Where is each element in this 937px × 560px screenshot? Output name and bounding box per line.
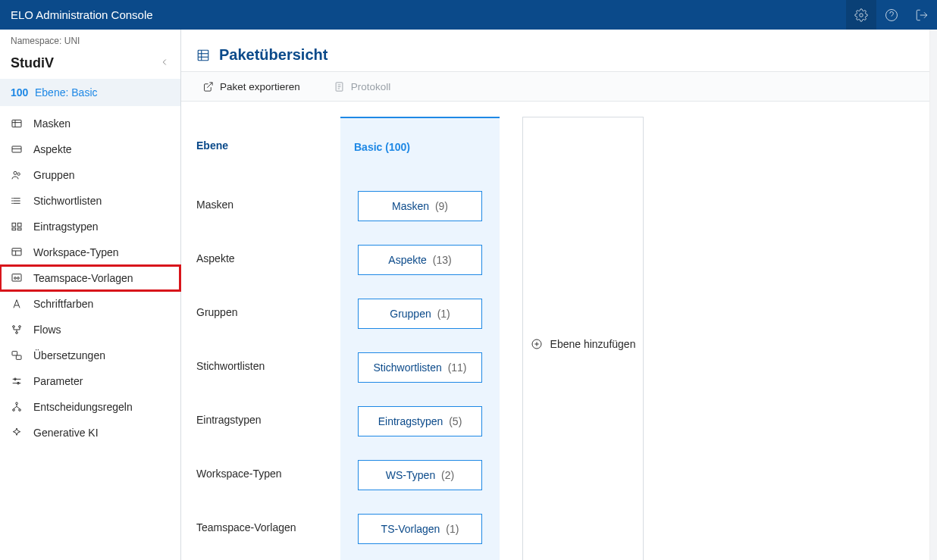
add-level-button[interactable]: Ebene hinzufügen [531,338,636,350]
overview-icon [196,48,210,62]
content-body: Ebene MaskenAspekteGruppenStichwortliste… [181,102,929,560]
content-header: Paketübersicht [181,30,929,71]
tstpl-icon [11,272,33,284]
level-number: 100 [11,86,35,99]
sidebar-item-label: Masken [33,117,71,130]
chip-button[interactable]: TS-Vorlagen (1) [358,514,482,544]
sidebar-item-aspects[interactable]: Aspekte [0,136,180,162]
rules-icon [11,401,33,413]
svg-point-29 [19,326,21,328]
chip-label: Aspekte [388,254,427,266]
sidebar-item-tstpl[interactable]: Teamspace-Vorlagen [0,265,180,291]
sidebar-item-keywords[interactable]: Stichwortlisten [0,188,180,214]
sidebar-item-wstypes[interactable]: Workspace-Typen [0,239,180,265]
plus-circle-icon [531,338,543,350]
app-title: ELO Administration Console [11,8,153,21]
toolbar: Paket exportieren Protokoll [181,71,929,102]
svg-point-30 [16,332,18,334]
topbar: ELO Administration Console [0,0,937,30]
sidebar-item-params[interactable]: Parameter [0,368,180,394]
row-labels-header: Ebene [196,124,318,177]
sidebar-item-label: Übersetzungen [33,349,105,361]
chevron-left-icon [159,57,170,70]
sidebar-item-label: Aspekte [33,143,72,155]
chip-row: Aspekte (13) [346,233,494,286]
svg-rect-20 [17,228,21,230]
keywords-icon [11,195,33,207]
chip-button[interactable]: WS-Typen (2) [358,460,482,490]
logout-icon [915,8,929,22]
topbar-actions [846,0,937,30]
chip-button[interactable]: Aspekte (13) [358,245,482,275]
package-row[interactable]: StudiV [0,51,180,79]
groups-icon [11,169,33,181]
sidebar-item-groups[interactable]: Gruppen [0,162,180,188]
svg-rect-18 [17,223,21,227]
chip-button[interactable]: Stichwortlisten (11) [358,352,482,383]
chip-label: WS-Typen [386,469,435,481]
chip-button[interactable]: Eintragstypen (5) [358,406,482,436]
sidebar-item-label: Gruppen [33,169,74,181]
sidebar-item-label: Stichwortlisten [33,195,102,207]
help-icon [885,8,898,22]
row-label: Teamspace-Vorlagen [196,500,318,554]
protocol-button: Protokoll [327,77,397,97]
chip-count: (13) [433,254,452,266]
chip-row: Gruppen (1) [346,286,494,340]
sidebar-item-entrytypes[interactable]: Eintragstypen [0,214,180,239]
settings-button[interactable] [846,0,876,30]
svg-rect-32 [12,352,17,355]
svg-point-28 [13,326,15,328]
svg-point-40 [19,409,21,411]
sidebar-item-trans[interactable]: Übersetzungen [0,343,180,368]
fonts-icon [11,298,33,310]
sidebar-item-masks[interactable]: Masken [0,111,180,136]
svg-point-14 [12,198,13,199]
scrollbar[interactable] [929,30,937,560]
row-label: Aspekte [196,231,318,285]
sidebar-item-rules[interactable]: Entscheidungsregeln [0,394,180,420]
protocol-label: Protokoll [351,81,391,92]
level-label: Ebene: Basic [35,86,98,99]
package-name: StudiV [11,55,54,71]
svg-point-9 [14,171,17,174]
svg-point-39 [13,409,15,411]
sidebar-item-genai[interactable]: Generative KI [0,420,180,446]
chip-label: Masken [392,200,429,212]
chip-count: (1) [437,308,450,320]
params-icon [11,375,33,387]
aspects-icon [11,143,33,155]
entrytypes-icon [11,221,33,233]
svg-rect-7 [12,146,21,152]
trans-icon [11,349,33,361]
masks-icon [11,117,33,130]
svg-rect-41 [198,50,208,61]
chip-count: (2) [441,469,454,481]
columns: Ebene MaskenAspekteGruppenStichwortliste… [196,117,914,560]
add-level-column: Ebene hinzufügen [522,117,644,560]
chip-button[interactable]: Gruppen (1) [358,299,482,329]
export-icon [202,81,214,92]
sidebar-item-label: Flows [33,324,61,336]
level-column: Basic (100) Masken (9)Aspekte (13)Gruppe… [340,117,500,560]
row-label: Gruppen [196,285,318,339]
wstypes-icon [11,246,33,258]
sidebar-item-fonts[interactable]: Schriftfarben [0,291,180,317]
svg-rect-21 [12,249,21,255]
svg-point-38 [16,402,18,405]
chip-count: (11) [448,361,467,374]
sidebar-item-flows[interactable]: Flows [0,317,180,343]
svg-rect-19 [12,228,16,230]
svg-rect-17 [12,223,16,227]
chip-label: Eintragstypen [378,415,443,427]
svg-point-16 [12,203,13,204]
sidebar: Namespace: UNI StudiV 100 Ebene: Basic M… [0,30,181,560]
svg-point-1 [886,9,898,20]
row-labels-column: Ebene MaskenAspekteGruppenStichwortliste… [196,117,318,560]
export-package-button[interactable]: Paket exportieren [196,77,306,97]
help-button[interactable] [876,0,907,30]
logout-button[interactable] [907,0,937,30]
chip-row: WS-Typen (2) [346,448,494,502]
level-row[interactable]: 100 Ebene: Basic [0,79,180,106]
chip-button[interactable]: Masken (9) [358,191,482,221]
